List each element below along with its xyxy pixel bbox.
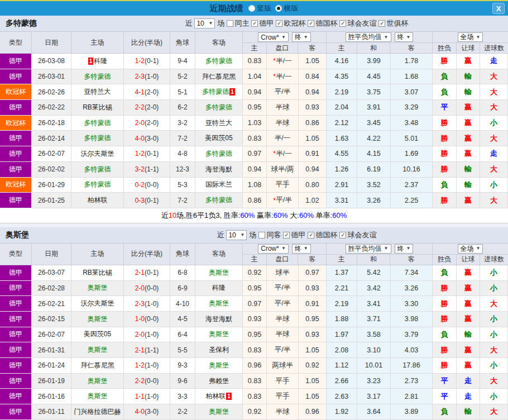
avg-home-odds: 1.63 <box>327 131 357 146</box>
header-dropdown[interactable]: 全场▼ <box>458 244 483 254</box>
avg-home-odds: 2.19 <box>327 84 357 100</box>
dropdown-arrow-icon: ▼ <box>281 35 286 40</box>
home-odds: 0.94 <box>243 162 267 178</box>
score-cell: 4-0(3-0) <box>124 131 170 146</box>
header-dropdown[interactable]: 终▼ <box>395 244 414 254</box>
home-odds: 0.83 <box>243 389 267 404</box>
result-outcome: 勝 <box>433 131 457 146</box>
checkbox-checked-icon[interactable]: ✓ <box>283 232 290 238</box>
same-venue-filter[interactable]: 同客 <box>258 230 281 240</box>
result-goals: 小 <box>480 281 508 297</box>
away-team: 奥斯堡 <box>195 296 243 312</box>
radio-horizontal[interactable]: 横版 <box>275 3 299 13</box>
radio-vertical-label[interactable]: 竖版 <box>257 3 272 13</box>
score-cell: 2-2(2-0) <box>124 100 170 116</box>
league-type-badge: 欧冠杯 <box>0 116 32 131</box>
away-team: 奥斯堡 <box>195 327 243 343</box>
competition-filter[interactable]: ✓球会友谊 <box>339 18 376 28</box>
checkbox-unchecked-icon[interactable] <box>227 20 233 27</box>
home-team: 1科隆 <box>71 54 124 69</box>
header-subrow: 胜负让球进球数 <box>433 255 508 265</box>
radio-vertical[interactable]: 竖版 <box>248 3 272 13</box>
competition-filter[interactable]: ✓欧冠杯 <box>276 18 305 28</box>
column-header: 角球 <box>170 244 195 265</box>
home-team: 多特蒙德 <box>71 69 124 85</box>
avg-home-odds: 4.55 <box>327 146 357 162</box>
header-dropdown[interactable]: 终▼ <box>395 32 414 42</box>
column-header: 主场 <box>71 244 124 265</box>
avg-home-odds: 1.88 <box>327 312 357 327</box>
record-summary: 近10场,胜6平1负3, 胜率:60% 赢率:60% 大:60% 单率:60% <box>0 208 508 223</box>
match-date: 26-02-07 <box>32 146 71 162</box>
competition-filter[interactable]: ✓德甲 <box>251 18 274 28</box>
radio-horizontal-label[interactable]: 横版 <box>284 3 299 13</box>
match-count-select[interactable]: 10▼ <box>194 18 215 28</box>
radio-unselected-icon[interactable] <box>248 5 255 12</box>
checkbox-checked-icon[interactable]: ✓ <box>308 232 314 238</box>
avg-draw-odds: 3.10 <box>357 342 391 358</box>
section-header: 多特蒙德近10▼场同主✓德甲✓欧冠杯✓德国杯✓球会友谊✓世俱杯 <box>0 16 508 31</box>
avg-draw-odds: 3.42 <box>357 281 391 297</box>
avg-draw-odds: 4.15 <box>357 146 391 162</box>
checkbox-checked-icon[interactable]: ✓ <box>339 232 346 238</box>
header-dropdown[interactable]: 终▼ <box>292 244 311 254</box>
competition-filter[interactable]: ✓德国杯 <box>308 230 337 240</box>
avg-away-odds: 7.34 <box>391 265 433 281</box>
home-team: 沃尔夫斯堡 <box>71 296 124 312</box>
match-date: 26-02-07 <box>32 327 71 343</box>
checkbox-unchecked-icon[interactable] <box>258 232 265 238</box>
handicap-value: 球半/两 <box>271 165 294 174</box>
match-count-select[interactable]: 10▼ <box>226 230 247 240</box>
checkbox-checked-icon[interactable]: ✓ <box>308 20 314 27</box>
competition-label: 德甲 <box>259 18 274 28</box>
header-dropdown[interactable]: Crow*▼ <box>258 244 289 254</box>
halftime-score: (1-0) <box>145 393 159 400</box>
header-dropdown-row: 胜平负均值▼终▼ <box>327 244 432 255</box>
away-team-name: 多特蒙德 <box>205 149 232 159</box>
result-handicap: 贏 <box>457 265 480 281</box>
column-header: 日期 <box>32 32 71 53</box>
match-date: 26-01-16 <box>32 389 71 404</box>
handicap-cell: 平手 <box>267 389 299 404</box>
checkbox-checked-icon[interactable]: ✓ <box>378 20 385 27</box>
fulltime-score: 4-0 <box>135 408 145 416</box>
same-venue-filter[interactable]: 同主 <box>227 18 249 28</box>
result-outcome: 平 <box>433 389 457 404</box>
competition-filter[interactable]: ✓德甲 <box>283 230 305 240</box>
header-dropdown[interactable]: 胜平负均值▼ <box>346 244 391 254</box>
competition-filter[interactable]: ✓德国杯 <box>308 18 337 28</box>
column-header: 类型 <box>0 244 32 265</box>
away-team: 奥斯堡 <box>195 265 243 281</box>
competition-filter[interactable]: ✓球会友谊 <box>339 230 376 240</box>
avg-away-odds: 2.25 <box>391 193 433 208</box>
avg-away-odds: 3.30 <box>391 296 433 312</box>
home-team: 亚特兰大 <box>71 84 124 100</box>
checkbox-checked-icon[interactable]: ✓ <box>251 20 258 27</box>
competition-filter[interactable]: ✓世俱杯 <box>378 18 408 28</box>
match-row: 欧冠杯26-02-26亚特兰大4-1(2-0)5-1多特蒙德10.94平/半0.… <box>0 84 508 100</box>
score-cell: 1-2(1-0) <box>124 358 170 374</box>
away-team-name: 柏林联 <box>205 392 226 401</box>
avg-away-odds: 1.68 <box>391 69 433 85</box>
header-dropdown[interactable]: Crow*▼ <box>258 32 289 42</box>
header-dropdown[interactable]: 全场▼ <box>458 32 483 42</box>
score-cell: 1-1(1-0) <box>124 389 170 404</box>
result-handicap: 走 <box>457 374 480 389</box>
header-dropdown[interactable]: 胜平负均值▼ <box>346 32 391 42</box>
halftime-score: (3-0) <box>145 135 159 142</box>
handicap-cell: 平/半 <box>267 84 299 100</box>
result-goals: 大 <box>480 296 508 312</box>
close-button[interactable]: X <box>492 3 505 14</box>
checkbox-checked-icon[interactable]: ✓ <box>276 20 282 27</box>
summary-segment: :60% <box>330 211 347 219</box>
dropdown-arrow-icon: ▼ <box>406 35 411 40</box>
header-dropdown[interactable]: 终▼ <box>292 32 311 42</box>
radio-selected-icon[interactable] <box>275 5 282 12</box>
result-outcome: 平 <box>433 374 457 389</box>
sub-column-header: 客 <box>298 255 326 265</box>
sub-column-header: 进球数 <box>480 43 508 53</box>
away-team: 奥斯堡 <box>195 404 243 420</box>
checkbox-checked-icon[interactable]: ✓ <box>339 20 346 27</box>
halftime-score: (2-0) <box>145 119 159 127</box>
handicap-cell: 半球 <box>267 100 299 116</box>
